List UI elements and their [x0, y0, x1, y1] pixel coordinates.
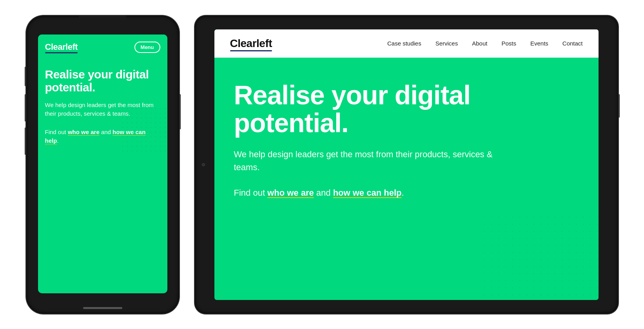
tablet-mockup: Clearleft Case studies Services About Po… — [195, 16, 618, 314]
phone-volume-up-button — [25, 94, 26, 122]
phone-heading: Realise your digital potential. — [45, 68, 160, 94]
tablet-hero: Realise your digital potential. We help … — [214, 58, 599, 300]
tablet-cta: Find out who we are and how we can help. — [234, 186, 579, 199]
tablet-cta-link2[interactable]: how we can help — [333, 188, 402, 198]
phone-side-button — [25, 67, 26, 86]
tablet-heading: Realise your digital potential. — [234, 81, 548, 137]
phone-cta-link1[interactable]: who we are — [68, 129, 100, 135]
phone-screen: Clearleft Menu Realise your digital pote… — [38, 35, 167, 293]
tablet-header: Clearleft Case studies Services About Po… — [214, 29, 599, 58]
nav-item-posts[interactable]: Posts — [501, 40, 516, 47]
tablet-camera — [202, 163, 205, 166]
phone-cta-prefix: Find out — [45, 129, 68, 135]
tablet-cta-middle: and — [314, 188, 333, 198]
tablet-subtext: We help design leaders get the most from… — [234, 148, 501, 174]
phone-header: Clearleft Menu — [38, 35, 167, 57]
phone-cta-suffix: . — [57, 137, 58, 144]
tablet-power-button — [618, 94, 620, 118]
tablet-cta-link1[interactable]: who we are — [267, 188, 314, 198]
tablet-dot-pattern — [481, 214, 599, 300]
nav-item-events[interactable]: Events — [530, 40, 548, 47]
nav-item-services[interactable]: Services — [435, 40, 458, 47]
phone-logo: Clearleft — [45, 43, 78, 51]
tablet-nav: Case studies Services About Posts Events… — [387, 40, 583, 47]
phone-notch — [79, 16, 126, 23]
nav-item-contact[interactable]: Contact — [562, 40, 583, 47]
tablet-screen: Clearleft Case studies Services About Po… — [214, 29, 599, 300]
phone-home-bar — [83, 307, 122, 309]
phone-volume-down-button — [25, 127, 26, 155]
nav-item-case-studies[interactable]: Case studies — [387, 40, 421, 47]
tablet-cta-prefix: Find out — [234, 188, 268, 198]
nav-item-about[interactable]: About — [472, 40, 487, 47]
tablet-logo: Clearleft — [230, 38, 272, 49]
phone-dot-pattern — [120, 106, 167, 153]
phone-mockup: Clearleft Menu Realise your digital pote… — [26, 16, 179, 314]
phone-hero: Realise your digital potential. We help … — [38, 57, 167, 153]
phone-cta-middle: and — [100, 129, 112, 135]
phone-menu-button[interactable]: Menu — [134, 42, 160, 53]
phone-power-button — [179, 94, 181, 129]
tablet-cta-suffix: . — [401, 188, 404, 198]
